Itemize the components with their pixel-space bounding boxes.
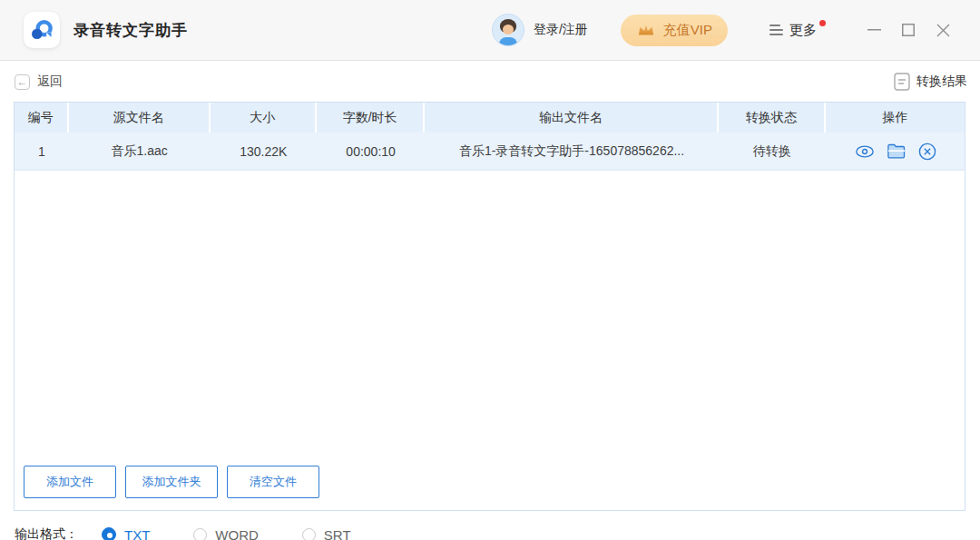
file-actions-bar: 添加文件 添加文件夹 清空文件 (24, 466, 319, 498)
cell-source-file: 音乐1.aac (69, 133, 211, 170)
file-table: 编号 源文件名 大小 字数/时长 输出文件名 转换状态 操作 1 音乐1.aac… (14, 102, 965, 511)
remove-file-button[interactable] (918, 142, 936, 161)
titlebar: 录音转文字助手 登录/注册 充值VIP 更多 (0, 0, 980, 61)
back-arrow-icon: ← (15, 74, 30, 90)
radio-icon-txt (102, 527, 116, 540)
radio-label-word: WORD (215, 527, 259, 540)
convert-result-label: 转换结果 (916, 74, 967, 90)
close-button[interactable] (926, 14, 960, 46)
avatar-face (503, 25, 514, 34)
column-header-actions: 操作 (826, 103, 965, 133)
radio-option-txt[interactable]: TXT (102, 527, 150, 540)
cell-size: 130.22K (211, 133, 317, 170)
open-folder-button[interactable] (887, 143, 906, 159)
back-button[interactable]: ← 返回 (15, 74, 63, 90)
column-header-status: 转换状态 (719, 103, 826, 133)
radio-label-txt: TXT (124, 527, 150, 540)
add-folder-button[interactable]: 添加文件夹 (125, 466, 218, 498)
app-logo (24, 12, 60, 48)
add-file-button[interactable]: 添加文件 (24, 466, 116, 498)
close-icon (936, 24, 950, 37)
vip-recharge-button[interactable]: 充值VIP (621, 15, 728, 46)
login-label: 登录/注册 (534, 22, 588, 38)
avatar-body (499, 37, 517, 46)
column-header-source-file: 源文件名 (69, 103, 211, 133)
cell-actions (826, 133, 965, 170)
circle-x-icon (918, 142, 936, 161)
column-header-size: 大小 (211, 103, 317, 133)
more-label: 更多 (789, 22, 817, 39)
clear-files-button[interactable]: 清空文件 (227, 466, 319, 498)
document-icon (894, 73, 911, 91)
minimize-button[interactable] (857, 14, 891, 46)
output-format-label: 输出格式： (15, 526, 78, 540)
cell-index: 1 (15, 133, 69, 170)
table-row[interactable]: 1 音乐1.aac 130.22K 00:00:10 音乐1-录音转文字助手-1… (15, 133, 965, 171)
notification-dot (819, 20, 826, 26)
minimize-icon (867, 29, 881, 31)
vip-label: 充值VIP (663, 22, 712, 39)
radio-option-srt[interactable]: SRT (302, 527, 351, 540)
avatar (492, 14, 524, 46)
menu-icon (769, 25, 783, 35)
column-header-output-file: 输出文件名 (425, 103, 719, 133)
eye-icon (855, 144, 875, 159)
radio-icon-srt (302, 528, 316, 540)
radio-icon-word (193, 528, 207, 540)
login-button[interactable]: 登录/注册 (492, 14, 588, 46)
back-label: 返回 (37, 74, 63, 90)
crown-icon (636, 22, 656, 38)
radio-option-word[interactable]: WORD (193, 527, 259, 540)
output-format-bar: 输出格式： TXT WORD SRT (15, 521, 980, 540)
table-header-row: 编号 源文件名 大小 字数/时长 输出文件名 转换状态 操作 (15, 103, 965, 133)
preview-button[interactable] (855, 144, 875, 159)
radio-label-srt: SRT (324, 527, 351, 540)
cell-duration: 00:00:10 (317, 133, 425, 170)
column-header-duration: 字数/时长 (317, 103, 425, 133)
app-title: 录音转文字助手 (74, 20, 188, 41)
cell-output-file: 音乐1-录音转文字助手-165078856262... (425, 133, 719, 170)
cell-status: 待转换 (719, 133, 826, 170)
app-logo-icon (29, 17, 54, 43)
more-menu-button[interactable]: 更多 (769, 22, 826, 39)
app-window: 录音转文字助手 登录/注册 充值VIP 更多 (0, 0, 980, 540)
window-controls (857, 14, 960, 46)
maximize-icon (902, 24, 915, 36)
folder-icon (887, 143, 906, 159)
toolbar: ← 返回 转换结果 (0, 62, 980, 102)
convert-result-button[interactable]: 转换结果 (894, 73, 967, 91)
maximize-button[interactable] (891, 14, 926, 46)
column-header-index: 编号 (15, 103, 69, 133)
